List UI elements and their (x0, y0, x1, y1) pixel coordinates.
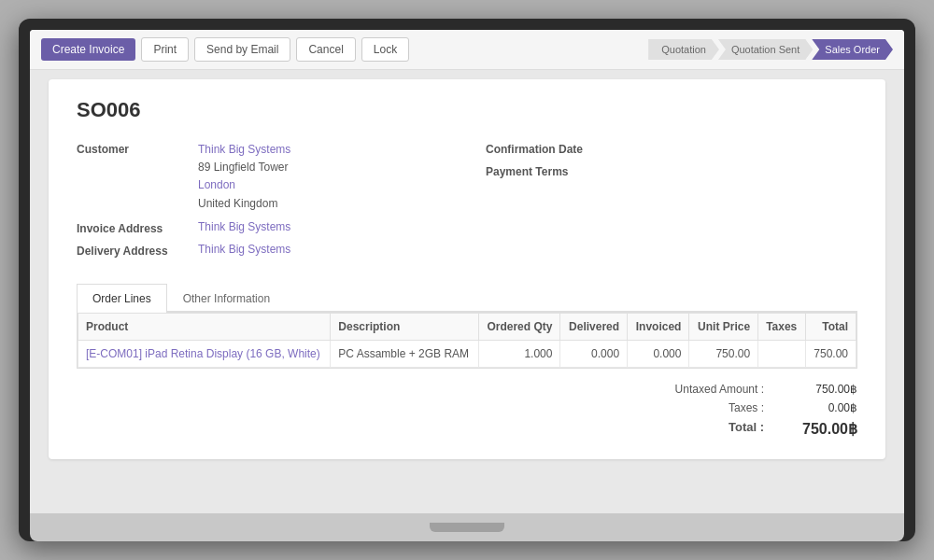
delivery-address-value: Think Big Systems (198, 243, 290, 256)
tab-order-lines[interactable]: Order Lines (77, 284, 167, 313)
send-by-email-button[interactable]: Send by Email (194, 37, 290, 62)
cell-ordered-qty: 1.000 (478, 340, 560, 367)
laptop-screen: Create Invoice Print Send by Email Cance… (30, 30, 904, 513)
status-step-sales-order[interactable]: Sales Order (812, 39, 893, 60)
main-content: SO006 Customer Think Big Systems 89 Ling… (30, 70, 904, 513)
col-header-invoiced: Invoiced (628, 313, 689, 340)
totals-section: Untaxed Amount : 750.00฿ Taxes : 0.00฿ T… (77, 380, 857, 441)
cell-delivered: 0.000 (560, 340, 628, 367)
untaxed-amount-value: 750.00฿ (783, 383, 857, 396)
invoice-address-link[interactable]: Think Big Systems (198, 220, 290, 233)
print-button[interactable]: Print (141, 37, 189, 62)
invoice-address-value: Think Big Systems (198, 220, 290, 233)
invoice-address-label: Invoice Address (77, 220, 198, 235)
tabs-bar: Order Lines Other Information (77, 284, 857, 313)
customer-city-link[interactable]: London (198, 178, 235, 191)
grand-total-row: Total : 750.00฿ (596, 417, 857, 441)
customer-address: Think Big Systems 89 Lingfield Tower Lon… (198, 141, 290, 213)
col-header-product: Product (78, 313, 331, 340)
form-left: Customer Think Big Systems 89 Lingfield … (77, 141, 448, 265)
grand-total-label: Total : (643, 420, 764, 438)
laptop-frame: Create Invoice Print Send by Email Cance… (19, 19, 915, 541)
lock-button[interactable]: Lock (361, 37, 409, 62)
cell-unit-price: 750.00 (689, 340, 758, 367)
cell-total: 750.00 (805, 340, 856, 367)
confirmation-date-row: Confirmation Date (486, 141, 857, 156)
taxes-row: Taxes : 0.00฿ (596, 399, 857, 417)
col-header-taxes: Taxes (758, 313, 806, 340)
document-card: SO006 Customer Think Big Systems 89 Ling… (49, 79, 885, 459)
order-table: Product Description Ordered Qty Delivere… (78, 313, 856, 368)
form-section: Customer Think Big Systems 89 Lingfield … (77, 141, 857, 265)
cell-invoiced: 0.000 (628, 340, 689, 367)
delivery-address-label: Delivery Address (77, 243, 198, 258)
status-step-quotation[interactable]: Quotation (648, 39, 719, 60)
col-header-ordered-qty: Ordered Qty (478, 313, 560, 340)
col-header-total: Total (805, 313, 856, 340)
create-invoice-button[interactable]: Create Invoice (41, 38, 135, 61)
customer-country: United Kingdom (198, 195, 290, 213)
product-link[interactable]: [E-COM01] iPad Retina Display (16 GB, Wh… (86, 347, 320, 360)
table-row: [E-COM01] iPad Retina Display (16 GB, Wh… (78, 340, 856, 367)
payment-terms-row: Payment Terms (486, 163, 857, 178)
customer-address-line1: 89 Lingfield Tower (198, 159, 290, 176)
tab-content-order-lines: Product Description Ordered Qty Delivere… (77, 313, 857, 369)
cell-taxes (758, 340, 806, 367)
col-header-unit-price: Unit Price (689, 313, 758, 340)
col-header-description: Description (331, 313, 478, 340)
status-bar: Quotation Quotation Sent Sales Order (649, 39, 893, 60)
cell-product: [E-COM01] iPad Retina Display (16 GB, Wh… (78, 340, 331, 367)
taxes-value: 0.00฿ (783, 401, 857, 414)
toolbar: Create Invoice Print Send by Email Cance… (30, 30, 904, 70)
table-header-row: Product Description Ordered Qty Delivere… (78, 313, 856, 340)
cancel-button[interactable]: Cancel (296, 37, 355, 62)
tab-other-information[interactable]: Other Information (167, 284, 286, 313)
untaxed-amount-label: Untaxed Amount : (643, 383, 764, 396)
cell-description: PC Assamble + 2GB RAM (331, 340, 478, 367)
payment-terms-label: Payment Terms (486, 163, 607, 178)
laptop-base (30, 513, 904, 541)
form-right: Confirmation Date Payment Terms (486, 141, 857, 265)
totals-table: Untaxed Amount : 750.00฿ Taxes : 0.00฿ T… (596, 380, 857, 441)
status-step-quotation-sent[interactable]: Quotation Sent (718, 39, 813, 60)
untaxed-amount-row: Untaxed Amount : 750.00฿ (596, 380, 857, 399)
delivery-address-link[interactable]: Think Big Systems (198, 243, 290, 256)
confirmation-date-label: Confirmation Date (486, 141, 607, 156)
customer-field-row: Customer Think Big Systems 89 Lingfield … (77, 141, 448, 213)
invoice-address-field-row: Invoice Address Think Big Systems (77, 220, 448, 235)
taxes-label: Taxes : (643, 401, 764, 414)
grand-total-value: 750.00฿ (783, 420, 857, 438)
col-header-delivered: Delivered (560, 313, 628, 340)
laptop-notch (430, 523, 504, 532)
customer-name-link[interactable]: Think Big Systems (198, 143, 290, 156)
customer-label: Customer (77, 141, 198, 156)
document-title: SO006 (77, 98, 857, 122)
delivery-address-field-row: Delivery Address Think Big Systems (77, 243, 448, 258)
